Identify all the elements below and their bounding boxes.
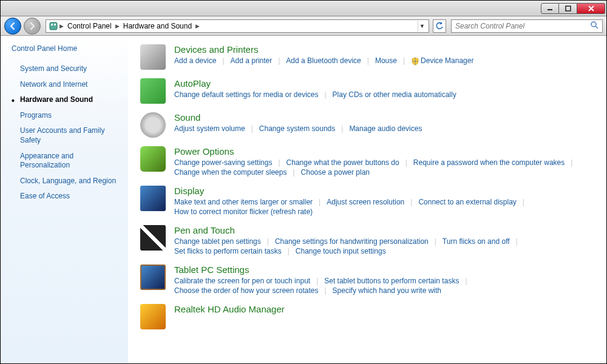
link-separator: | (288, 247, 290, 255)
link-separator: | (403, 56, 405, 65)
link-separator: | (316, 277, 318, 285)
sidebar: Control Panel Home System and SecurityNe… (1, 36, 128, 363)
display-icon (140, 186, 166, 211)
window: ▶ Control Panel ▶ Hardware and Sound ▶ ▼… (0, 0, 607, 364)
task-link[interactable]: Calibrate the screen for pen or touch in… (174, 276, 310, 286)
task-link[interactable]: How to correct monitor flicker (refresh … (174, 207, 313, 217)
section-links: Change default settings for media or dev… (174, 90, 594, 99)
link-separator: | (571, 158, 572, 167)
svg-point-7 (591, 22, 596, 27)
task-link[interactable]: Change default settings for media or dev… (174, 90, 318, 99)
task-link[interactable]: Set flicks to perform certain tasks (174, 246, 282, 256)
nav-forward-button[interactable] (24, 18, 41, 35)
link-separator: | (278, 158, 280, 167)
task-link[interactable]: Choose the order of how your screen rota… (174, 286, 318, 295)
close-button[interactable] (577, 3, 605, 14)
sidebar-item-user-accounts-and-family-safety[interactable]: User Accounts and Family Safety (12, 123, 122, 148)
task-link[interactable]: Specify which hand you write with (333, 286, 441, 295)
task-link[interactable]: Turn flicks on and off (443, 237, 510, 246)
section-power-options: Power OptionsChange power-saving setting… (140, 146, 594, 177)
link-separator: | (405, 158, 407, 167)
section-pen-and-touch: Pen and TouchChange tablet pen settings|… (140, 225, 594, 256)
task-link[interactable]: Change system sounds (259, 124, 335, 133)
section-title-link[interactable]: Sound (174, 112, 594, 123)
link-separator: | (278, 56, 280, 65)
task-link[interactable]: Change settings for handwriting personal… (275, 237, 429, 246)
task-link[interactable]: Require a password when the computer wak… (413, 158, 565, 167)
task-link[interactable]: Manage audio devices (349, 124, 422, 133)
content-pane: Devices and PrintersAdd a device|Add a p… (128, 36, 606, 363)
minimize-button[interactable] (541, 3, 559, 14)
svg-rect-6 (54, 24, 56, 25)
link-separator: | (367, 56, 369, 65)
link-separator: | (251, 124, 253, 133)
section-realtek-hd-audio-manager: Realtek HD Audio Manager (140, 304, 594, 329)
task-link[interactable]: Add a Bluetooth device (286, 56, 361, 66)
link-separator: | (523, 198, 524, 206)
chevron-right-icon: ▶ (59, 23, 64, 29)
section-tablet-pc-settings: Tablet PC SettingsCalibrate the screen f… (140, 265, 594, 295)
task-link[interactable]: Adjust screen resolution (327, 197, 404, 207)
search-input[interactable] (455, 22, 590, 30)
sound-icon (140, 112, 166, 138)
svg-rect-5 (51, 24, 53, 25)
link-separator: | (435, 237, 436, 246)
task-link[interactable]: Play CDs or other media automatically (333, 90, 456, 99)
control-panel-home-link[interactable]: Control Panel Home (12, 44, 122, 53)
navbar: ▶ Control Panel ▶ Hardware and Sound ▶ ▼ (1, 16, 606, 36)
refresh-button[interactable] (433, 19, 446, 33)
section-links: Adjust system volume|Change system sound… (174, 124, 594, 133)
link-separator: | (324, 90, 326, 99)
titlebar (1, 1, 606, 16)
section-devices-and-printers: Devices and PrintersAdd a device|Add a p… (140, 44, 594, 70)
task-link[interactable]: Set tablet buttons to perform certain ta… (324, 276, 459, 286)
task-link[interactable]: Change power-saving settings (174, 158, 272, 167)
task-link[interactable]: Add a device (174, 56, 216, 66)
link-separator: | (267, 237, 269, 246)
maximize-button[interactable] (559, 3, 577, 14)
sidebar-item-programs[interactable]: Programs (12, 108, 122, 124)
search-box[interactable] (451, 19, 603, 33)
uac-shield-icon (411, 57, 419, 66)
task-link[interactable]: Make text and other items larger or smal… (174, 197, 313, 207)
sidebar-nav-list: System and SecurityNetwork and InternetH… (12, 61, 122, 204)
sidebar-item-system-and-security[interactable]: System and Security (12, 61, 122, 77)
section-links: Make text and other items larger or smal… (174, 197, 594, 217)
nav-back-button[interactable] (4, 18, 21, 35)
section-links: Change power-saving settings|Change what… (174, 158, 594, 177)
sidebar-item-clock-language-and-region[interactable]: Clock, Language, and Region (12, 174, 122, 189)
power-icon (140, 146, 166, 172)
chevron-right-icon: ▶ (195, 23, 200, 29)
task-link[interactable]: Choose a power plan (301, 167, 370, 177)
section-title-link[interactable]: Power Options (174, 146, 594, 157)
section-title-link[interactable]: Display (174, 186, 594, 196)
section-title-link[interactable]: Devices and Printers (174, 44, 594, 55)
task-link[interactable]: Mouse (375, 56, 397, 66)
sidebar-item-network-and-internet[interactable]: Network and Internet (12, 77, 122, 93)
link-separator: | (410, 198, 412, 206)
task-link[interactable]: Adjust system volume (174, 124, 245, 133)
section-title-link[interactable]: Realtek HD Audio Manager (174, 304, 594, 314)
breadcrumb-dropdown[interactable]: ▼ (418, 21, 426, 32)
section-title-link[interactable]: Tablet PC Settings (174, 265, 594, 275)
task-link[interactable]: Change tablet pen settings (174, 237, 261, 246)
sidebar-item-appearance-and-personalization[interactable]: Appearance and Personalization (12, 149, 122, 174)
sidebar-item-hardware-and-sound[interactable]: Hardware and Sound (12, 92, 122, 108)
task-link[interactable]: Device Manager (411, 56, 473, 66)
breadcrumb-item[interactable]: Control Panel (65, 22, 114, 30)
breadcrumb-item[interactable]: Hardware and Sound (121, 22, 194, 30)
control-panel-icon (49, 21, 58, 31)
search-icon (590, 21, 599, 31)
svg-rect-4 (50, 22, 57, 30)
task-link[interactable]: Add a printer (231, 56, 273, 66)
section-title-link[interactable]: Pen and Touch (174, 225, 594, 235)
task-link[interactable]: Change touch input settings (296, 246, 386, 256)
section-title-link[interactable]: AutoPlay (174, 78, 594, 89)
chevron-right-icon: ▶ (115, 23, 120, 29)
task-link[interactable]: Connect to an external display (418, 197, 516, 207)
breadcrumb[interactable]: ▶ Control Panel ▶ Hardware and Sound ▶ ▼ (46, 19, 429, 33)
sidebar-item-ease-of-access[interactable]: Ease of Access (12, 189, 122, 204)
task-link[interactable]: Change when the computer sleeps (174, 167, 287, 177)
section-links: Calibrate the screen for pen or touch in… (174, 276, 594, 295)
task-link[interactable]: Change what the power buttons do (287, 158, 399, 167)
